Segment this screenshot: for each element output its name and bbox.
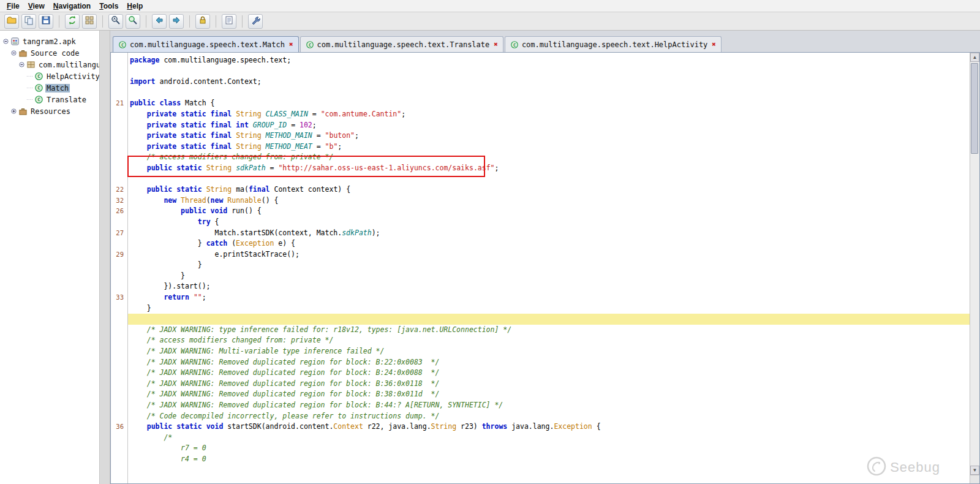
- tab-close-icon[interactable]: ✖: [494, 40, 498, 48]
- code-line: [111, 314, 970, 325]
- tab-bar: Ccom.multilanguage.speech.text.Match✖Cco…: [110, 31, 980, 53]
- scroll-up-button[interactable]: ▲: [970, 53, 979, 62]
- tree-item-com-multilangua[interactable]: com.multilangua: [0, 59, 99, 70]
- code-line: public static String sdkPath = "http://s…: [111, 163, 970, 174]
- tab-com-multilanguage-speech-text-helpactivity[interactable]: Ccom.multilanguage.speech.text.HelpActiv…: [505, 36, 722, 52]
- line-number: [111, 238, 127, 249]
- menu-tools[interactable]: Tools: [95, 1, 123, 12]
- back-button[interactable]: [152, 14, 167, 29]
- tab-close-icon[interactable]: ✖: [712, 40, 716, 48]
- code-line: [111, 174, 970, 185]
- tree-item-label: com.multilangua: [37, 61, 100, 69]
- code-line: /*: [111, 433, 970, 444]
- scroll-down-button[interactable]: ▼: [970, 466, 979, 475]
- scrollbar-track[interactable]: [970, 62, 979, 466]
- line-number: [111, 368, 127, 379]
- svg-text:C: C: [37, 85, 40, 91]
- line-number: 21: [111, 98, 127, 109]
- class-icon: C: [34, 83, 43, 93]
- line-number: 33: [111, 292, 127, 303]
- search-text-button[interactable]: [108, 14, 123, 29]
- menu-file[interactable]: File: [2, 1, 24, 12]
- line-number: [111, 443, 127, 454]
- forward-button[interactable]: [169, 14, 184, 29]
- save-all-button[interactable]: [39, 14, 53, 29]
- tab-label: com.multilanguage.speech.text.Translate: [317, 40, 490, 49]
- vertical-scrollbar[interactable]: ▲ ▼: [970, 53, 979, 483]
- tree-item-translate[interactable]: CTranslate: [0, 94, 99, 105]
- tab-close-icon[interactable]: ✖: [289, 40, 293, 48]
- code-text: /* JADX WARNING: Removed duplicated regi…: [127, 400, 970, 411]
- class-icon: C: [306, 40, 314, 49]
- add-files-button[interactable]: [21, 14, 36, 29]
- code-text: Match.startSDK(context, Match.sdkPath);: [127, 228, 970, 239]
- scrollbar-thumb[interactable]: [971, 63, 978, 154]
- open-file-button[interactable]: [4, 14, 19, 29]
- line-number: 29: [111, 249, 127, 260]
- tree-item-match[interactable]: CMatch: [0, 82, 99, 94]
- code-text: public static String sdkPath = "http://s…: [127, 163, 970, 174]
- log-viewer-button[interactable]: [222, 14, 236, 29]
- line-number: [111, 314, 127, 325]
- open-file-icon: [7, 15, 17, 28]
- code-text: }: [127, 260, 970, 271]
- menu-view[interactable]: View: [24, 1, 49, 12]
- preferences-icon: [251, 15, 260, 28]
- code-text: /* access modifiers changed from: privat…: [127, 335, 970, 346]
- menubar: FileViewNavigationToolsHelp: [0, 0, 980, 12]
- code-text: public void run() {: [127, 206, 970, 217]
- tree-expanded-handle[interactable]: [2, 37, 10, 45]
- code-text: /* JADX WARNING: Multi-variable type inf…: [127, 346, 970, 357]
- code-line: 29 e.printStackTrace();: [111, 249, 970, 260]
- line-number: [111, 433, 127, 444]
- code-line: /* access modifiers changed from: privat…: [111, 335, 970, 346]
- toolbar-separator: [102, 15, 103, 28]
- search-class-button[interactable]: [126, 14, 140, 29]
- code-line: 27 Match.startSDK(context, Match.sdkPath…: [111, 228, 970, 239]
- code-text: /* JADX WARNING: type inference failed f…: [127, 325, 970, 336]
- svg-text:C: C: [513, 42, 516, 47]
- code-text: try {: [127, 217, 970, 228]
- preferences-button[interactable]: [248, 14, 263, 29]
- tab-com-multilanguage-speech-text-match[interactable]: Ccom.multilanguage.speech.text.Match✖: [113, 36, 299, 52]
- tree-leaf-handle: [26, 84, 34, 92]
- code-line: private static final String METHOD_MAIN …: [111, 130, 970, 142]
- code-text: }).start();: [127, 281, 970, 292]
- tree-item-tangram2-apk[interactable]: tangram2.apk: [0, 36, 99, 47]
- line-number: [111, 163, 127, 174]
- line-number: [111, 379, 127, 390]
- tree-collapsed-handle[interactable]: [10, 107, 18, 115]
- line-number: [111, 142, 127, 153]
- code-editor[interactable]: Seebug package com.multilanguage.speech.…: [111, 53, 970, 483]
- code-text: public class Match {: [127, 98, 970, 109]
- line-number: [111, 152, 127, 163]
- line-number: [111, 260, 127, 271]
- deobfuscation-button[interactable]: [195, 14, 210, 29]
- code-line: 32 new Thread(new Runnable() {: [111, 195, 970, 206]
- tab-com-multilanguage-speech-text-translate[interactable]: Ccom.multilanguage.speech.text.Translate…: [300, 36, 503, 52]
- tree-item-source-code[interactable]: Source code: [0, 47, 99, 59]
- tree-item-helpactivity[interactable]: CHelpActivity: [0, 70, 99, 82]
- line-number: [111, 55, 127, 66]
- code-line: 33 return "";: [111, 292, 970, 303]
- tree-expanded-handle[interactable]: [18, 61, 26, 69]
- tree-expanded-handle[interactable]: [10, 49, 18, 57]
- code-line: /* JADX WARNING: Removed duplicated regi…: [111, 379, 970, 390]
- code-line: }: [111, 303, 970, 314]
- code-line: /* JADX WARNING: Removed duplicated regi…: [111, 400, 970, 411]
- panel-splitter[interactable]: [100, 31, 110, 484]
- line-number: [111, 400, 127, 411]
- code-text: r4 = 0: [127, 454, 970, 465]
- line-number: 26: [111, 206, 127, 217]
- menu-navigation[interactable]: Navigation: [49, 1, 95, 12]
- code-line: import android.content.Context;: [111, 77, 970, 88]
- sync-button[interactable]: [65, 14, 80, 29]
- jadx-window: FileViewNavigationToolsHelp tangram2.apk…: [0, 0, 980, 484]
- folder-icon: [18, 48, 28, 58]
- class-icon: C: [510, 40, 519, 49]
- line-number: [111, 174, 127, 185]
- line-number: 22: [111, 184, 127, 195]
- flat-packages-button[interactable]: [82, 14, 97, 29]
- menu-help[interactable]: Help: [123, 1, 147, 12]
- tree-item-resources[interactable]: Resources: [0, 105, 99, 117]
